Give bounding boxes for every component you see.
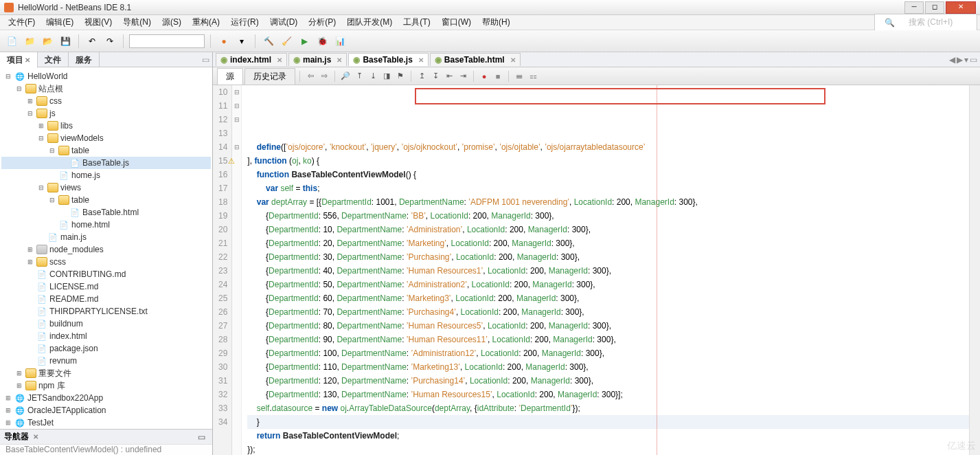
menu-team[interactable]: 团队开发(M) <box>341 15 398 30</box>
tree-twisty-icon[interactable]: ⊞ <box>26 98 34 104</box>
code-line[interactable]: {DepartmentId: 120, DepartmentName: ’Pur… <box>247 374 969 388</box>
tree-row[interactable]: ⊞node_modules <box>1 243 211 256</box>
tree-row[interactable]: 📄THIRDPARTYLICENSE.txt <box>1 305 211 318</box>
tree-row[interactable]: ⊞重要文件 <box>1 367 211 379</box>
stop-macro-icon[interactable]: ■ <box>492 70 504 82</box>
file-tab[interactable]: ◉BaseTable.html✕ <box>430 53 521 66</box>
tree-twisty-icon[interactable]: ⊞ <box>4 395 12 401</box>
tree-row[interactable]: ⊞🌐TestJet <box>1 417 211 429</box>
file-tab[interactable]: ◉main.js✕ <box>288 53 347 66</box>
menu-source[interactable]: 源(S) <box>157 15 187 30</box>
tree-row[interactable]: ⊞npm 库 <box>1 379 211 392</box>
find-selection-icon[interactable]: 🔎 <box>339 70 352 82</box>
menu-debug[interactable]: 调试(D) <box>264 15 304 30</box>
tree-row[interactable]: ⊞🌐OracleJETApplication <box>1 404 211 417</box>
tree-row[interactable]: 📄index.html <box>1 330 211 342</box>
tab-scroll-right-icon[interactable]: ▶ <box>957 55 963 65</box>
tree-twisty-icon[interactable]: ⊟ <box>26 110 34 117</box>
code-line[interactable]: {DepartmentId: 130, DepartmentName: ’Hum… <box>247 388 969 401</box>
close-icon[interactable]: ✕ <box>277 56 282 64</box>
tree-row[interactable]: 📄home.js <box>1 169 211 181</box>
redo-button[interactable]: ↷ <box>102 34 117 49</box>
menu-window[interactable]: 窗口(W) <box>436 15 477 30</box>
tree-twisty-icon[interactable]: ⊞ <box>26 246 34 253</box>
code-line[interactable]: var self = this; <box>247 181 969 195</box>
menu-view[interactable]: 视图(V) <box>79 15 117 30</box>
uncomment-icon[interactable]: ⩵ <box>527 70 539 82</box>
tree-row[interactable]: 📄CONTRIBUTING.md <box>1 268 211 280</box>
sidebar-tab-services[interactable]: 服务 <box>69 52 100 67</box>
clean-build-button[interactable]: 🧹 <box>279 34 294 49</box>
maximize-editor-icon[interactable]: ▭ <box>970 55 977 65</box>
code-line[interactable]: {DepartmentId: 60, DepartmentName: ’Mark… <box>247 291 969 305</box>
code-editor[interactable]: 1011121314151617181920212223242526272829… <box>213 85 980 455</box>
minimize-button[interactable]: ─ <box>904 1 924 14</box>
code-line[interactable]: {DepartmentId: 40, DepartmentName: ’Huma… <box>247 264 969 278</box>
run-button[interactable]: ▶ <box>297 34 312 49</box>
code-line[interactable]: {DepartmentId: 20, DepartmentName: ’Mark… <box>247 236 969 250</box>
tree-row[interactable]: ⊞🌐JETSandbox220App <box>1 392 211 404</box>
minimize-panel-icon[interactable]: ▭ <box>202 55 209 65</box>
tree-twisty-icon[interactable]: ⊟ <box>15 85 23 92</box>
build-button[interactable]: 🔨 <box>261 34 276 49</box>
menu-help[interactable]: 帮助(H) <box>477 15 516 30</box>
tree-row[interactable]: ⊞scss <box>1 256 211 268</box>
prev-bookmark-icon[interactable]: ↥ <box>415 70 428 82</box>
close-icon[interactable]: ✕ <box>510 56 516 64</box>
code-line[interactable]: {DepartmentId: 100, DepartmentName: ’Adm… <box>247 346 969 360</box>
find-prev-icon[interactable]: ⤒ <box>353 70 365 82</box>
profile-button[interactable]: 📊 <box>332 34 347 49</box>
code-line[interactable]: {DepartmentId: 30, DepartmentName: ’Purc… <box>247 250 969 264</box>
tree-row[interactable]: 📄BaseTable.js <box>1 157 211 169</box>
comment-icon[interactable]: ⩸ <box>513 70 525 82</box>
tree-twisty-icon[interactable]: ⊟ <box>48 147 56 154</box>
code-line[interactable]: ], function (oj, ko) {⚠ <box>247 154 969 168</box>
toggle-bookmark-icon[interactable]: ⚑ <box>394 70 407 82</box>
code-line[interactable]: {DepartmentId: 50, DepartmentName: ’Admi… <box>247 278 969 291</box>
project-tree[interactable]: ⊟🌐HelloWorld⊟站点根⊞css⊟js⊞libs⊟viewModels⊟… <box>0 67 212 429</box>
close-icon[interactable]: ✕ <box>33 433 38 441</box>
close-icon[interactable]: ✕ <box>25 56 30 64</box>
tree-row[interactable]: 📄LICENSE.md <box>1 280 211 293</box>
minimize-panel-icon[interactable]: ▭ <box>198 432 205 442</box>
tree-row[interactable]: ⊟🌐HelloWorld <box>1 70 211 82</box>
close-icon[interactable]: ✕ <box>418 56 424 64</box>
file-tab[interactable]: ◉index.html✕ <box>216 53 287 66</box>
find-next-icon[interactable]: ⤓ <box>367 70 379 82</box>
open-button[interactable]: 📂 <box>40 34 55 49</box>
tree-row[interactable]: 📄package.json <box>1 342 211 355</box>
shift-right-icon[interactable]: ⇥ <box>457 70 469 82</box>
tree-row[interactable]: ⊟table <box>1 144 211 157</box>
next-bookmark-icon[interactable]: ↧ <box>429 70 442 82</box>
tree-twisty-icon[interactable]: ⊟ <box>37 135 45 142</box>
source-view-tab[interactable]: 源 <box>217 68 243 85</box>
code-line[interactable]: define([’ojs/ojcore’, ’knockout’, ’jquer… <box>247 140 969 154</box>
history-view-tab[interactable]: 历史记录 <box>244 68 295 85</box>
menu-refactor[interactable]: 重构(A) <box>187 15 225 30</box>
tree-row[interactable]: ⊟views <box>1 181 211 194</box>
code-line[interactable]: {DepartmentId: 110, DepartmentName: ’Mar… <box>247 360 969 374</box>
start-macro-icon[interactable]: ● <box>478 70 490 82</box>
tree-twisty-icon[interactable]: ⊟ <box>37 184 45 191</box>
close-icon[interactable]: ✕ <box>337 56 342 64</box>
tree-row[interactable]: 📄home.html <box>1 219 211 231</box>
menu-file[interactable]: 文件(F) <box>3 15 41 30</box>
tree-twisty-icon[interactable]: ⊟ <box>48 197 56 203</box>
code-line[interactable]: self.datasource = new oj.ArrayTableDataS… <box>247 401 969 415</box>
code-line[interactable]: {DepartmentId: 10, DepartmentName: ’Admi… <box>247 223 969 236</box>
tree-row[interactable]: 📄revnum <box>1 355 211 367</box>
tree-row[interactable]: 📄README.md <box>1 293 211 305</box>
search-input[interactable]: 🔍 搜索 (Ctrl+I) <box>874 14 977 31</box>
file-tab[interactable]: ◉BaseTable.js✕ <box>348 53 428 66</box>
tree-row[interactable]: ⊟table <box>1 194 211 206</box>
debug-button[interactable]: 🐞 <box>315 34 330 49</box>
maximize-button[interactable]: ◻ <box>925 1 944 14</box>
sidebar-tab-projects[interactable]: 项目✕ <box>0 52 38 68</box>
new-project-button[interactable]: 📁 <box>22 34 37 49</box>
code-line[interactable]: } <box>247 415 969 429</box>
menu-edit[interactable]: 编辑(E) <box>41 15 79 30</box>
config-combo[interactable] <box>129 34 205 48</box>
menu-navigate[interactable]: 导航(N) <box>117 15 157 30</box>
tree-twisty-icon[interactable]: ⊞ <box>26 258 34 265</box>
menu-run[interactable]: 运行(R) <box>225 15 264 30</box>
